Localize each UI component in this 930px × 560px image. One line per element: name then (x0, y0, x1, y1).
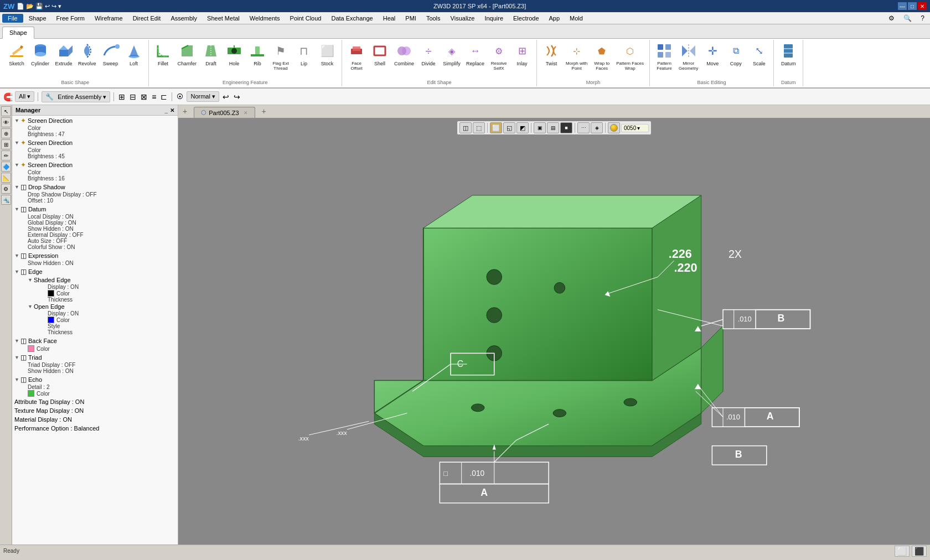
light-value-display[interactable]: 0050 ▾ (621, 124, 649, 132)
menu-assembly[interactable]: Assembly (166, 14, 202, 23)
tree-performance[interactable]: Performance Option : Balanced (12, 424, 178, 433)
lt-btn-5[interactable]: ✏ (1, 151, 11, 160)
menu-shape[interactable]: Shape (24, 14, 51, 23)
loft-button[interactable]: Loft (123, 41, 145, 68)
shell-button[interactable]: Shell (369, 41, 391, 68)
menu-pointcloud[interactable]: Point Cloud (286, 14, 326, 23)
menu-wireframe[interactable]: Wireframe (90, 14, 127, 23)
view-icon2[interactable]: ⊟ (128, 91, 137, 102)
extrude-button[interactable]: Extrude (53, 41, 75, 68)
morph-button[interactable]: ⊹ Morph withPoint (564, 41, 590, 72)
menu-freeform[interactable]: Free Form (52, 14, 89, 23)
file-menu[interactable]: File (2, 14, 23, 23)
tree-attrib-tag[interactable]: Attribute Tag Display : ON (12, 397, 178, 406)
menu-weldments[interactable]: Weldments (245, 14, 285, 23)
patternfeature-button[interactable]: PatternFeature (653, 41, 675, 72)
save-icon[interactable]: 💾 (35, 3, 43, 10)
tree-material[interactable]: Material Display : ON (12, 415, 178, 424)
tree-datum[interactable]: ▼ ◫ Datum Local Display : ON Global Disp… (12, 204, 178, 251)
snap-icon[interactable]: 🧲 (3, 92, 13, 101)
tree-drop-shadow[interactable]: ▼ ◫ Drop Shadow Drop Shadow Display : OF… (12, 182, 178, 204)
fillet-button[interactable]: Fillet (152, 41, 174, 68)
close-btn[interactable]: ✕ (918, 2, 927, 10)
simplify-button[interactable]: ◈ Simplify (441, 41, 463, 68)
move-button[interactable]: ✛ Move (701, 41, 724, 68)
menu-sheetmetal[interactable]: Sheet Metal (203, 14, 244, 23)
search-icon[interactable]: 🔍 (900, 13, 915, 23)
twist-button[interactable]: Twist (540, 41, 562, 68)
tree-screen-dir-2[interactable]: ▼ ✦ Screen Direction Color Brightness : … (12, 138, 178, 160)
tree-echo[interactable]: ▼ ◫ Echo Detail : 2 Color (12, 375, 178, 397)
arrow-triad[interactable]: ▼ (14, 355, 19, 360)
menu-pmi[interactable]: PMI (401, 14, 421, 23)
arrow-3[interactable]: ▼ (14, 162, 19, 168)
arrow-backface[interactable]: ▼ (14, 338, 19, 344)
scale-button[interactable]: ⤡ Scale (748, 41, 770, 68)
menu-tools[interactable]: Tools (422, 14, 445, 23)
view-icon1[interactable]: ⊞ (117, 91, 126, 102)
tab-shape[interactable]: Shape (2, 27, 34, 39)
new-icon[interactable]: 📄 (17, 3, 24, 10)
sweep-button[interactable]: Sweep (100, 41, 122, 68)
vp-view1-btn[interactable]: ◫ (459, 122, 472, 133)
arrow-dropshadow[interactable]: ▼ (14, 184, 19, 190)
combine-button[interactable]: Combine (392, 41, 416, 68)
lt-btn-9[interactable]: 🔩 (1, 195, 11, 205)
menu-mold[interactable]: Mold (565, 14, 587, 23)
normal-icon[interactable]: ⦿ (175, 92, 184, 102)
menu-inquire[interactable]: Inquire (480, 14, 508, 23)
lt-btn-3[interactable]: ⊕ (1, 128, 11, 138)
manager-close-btn[interactable]: ✕ (170, 107, 174, 113)
arrow-expression[interactable]: ▼ (14, 253, 19, 258)
normal-dropdown[interactable]: Normal ▾ (187, 91, 219, 102)
lt-btn-4[interactable]: ⊞ (1, 139, 11, 149)
vp-shade4-btn[interactable]: ▣ (534, 122, 546, 133)
menu-dataexchange[interactable]: Data Exchange (327, 14, 377, 23)
replace-button[interactable]: ↔ Replace (464, 41, 487, 68)
vp-view2-btn[interactable]: ⬚ (473, 122, 485, 133)
lt-btn-2[interactable]: 👁 (1, 117, 11, 127)
menu-electrode[interactable]: Electrode (509, 14, 543, 23)
assembly-dropdown[interactable]: 🔧 Entire Assembly ▾ (42, 91, 110, 102)
part005-tab[interactable]: ⬡ Part005.Z3 ✕ (194, 107, 255, 118)
maximize-btn[interactable]: □ (908, 2, 917, 10)
flagext-button[interactable]: ⚑ Flag ExtThread (270, 41, 292, 72)
vp-shade1-btn[interactable]: ⬜ (490, 122, 502, 133)
lt-btn-6[interactable]: 🔷 (1, 162, 11, 172)
view-icon5[interactable]: ⊏ (159, 91, 168, 102)
arrow-2[interactable]: ▼ (14, 140, 19, 146)
lt-btn-1[interactable]: ↖ (1, 106, 11, 116)
faceoffset-button[interactable]: FaceOffset (345, 41, 368, 72)
menu-visualize[interactable]: Visualize (446, 14, 479, 23)
filter-dropdown[interactable]: All ▾ (15, 91, 34, 102)
minimize-btn[interactable]: — (898, 2, 907, 10)
redo-icon[interactable]: ↪ (51, 3, 56, 10)
vp-shade6-btn[interactable]: ■ (560, 122, 572, 133)
tree-texture-map[interactable]: Texture Map Display : ON (12, 406, 178, 415)
undo-cmd-icon[interactable]: ↩ (221, 91, 230, 102)
view-icon3[interactable]: ⊠ (140, 91, 148, 102)
lt-btn-8[interactable]: ⚙ (1, 184, 11, 194)
undo-icon[interactable]: ↩ (45, 3, 50, 10)
viewport-3d[interactable]: ◫ ⬚ ⬜ ◱ ◩ ▣ ▤ ■ ⋯ ◈ 0050 ▾ (178, 118, 930, 545)
lt-btn-7[interactable]: 📐 (1, 173, 11, 183)
tree-backface[interactable]: ▼ ◫ Back Face Color (12, 336, 178, 352)
lip-button[interactable]: ⊓ Lip (293, 41, 315, 68)
inlay-button[interactable]: ⊞ Inlay (511, 41, 533, 68)
tree-expression[interactable]: ▼ ◫ Expression Show Hidden : ON (12, 251, 178, 267)
tree-screen-dir-1[interactable]: ▼ ✦ Screen Direction Color Brightness : … (12, 116, 178, 138)
chamfer-button[interactable]: Chamfer (175, 41, 199, 68)
revolve-button[interactable]: Revolve (76, 41, 99, 68)
vp-shade5-btn[interactable]: ▤ (547, 122, 559, 133)
stock-button[interactable]: ⬜ Stock (316, 41, 338, 68)
vp-light-btn[interactable] (608, 122, 620, 133)
datum-button[interactable]: Datum (777, 41, 799, 68)
open-icon[interactable]: 📂 (26, 3, 34, 10)
sketch-button[interactable]: Sketch (6, 41, 28, 68)
menu-app[interactable]: App (545, 14, 565, 23)
hole-button[interactable]: Hole (223, 41, 245, 68)
vp-shade3-btn[interactable]: ◩ (516, 122, 529, 133)
vp-more-btn[interactable]: ⋯ (577, 122, 590, 133)
draft-button[interactable]: Draft (200, 41, 222, 68)
wrappattern-button[interactable]: ⬡ Pattern FacesWrap (614, 41, 646, 72)
